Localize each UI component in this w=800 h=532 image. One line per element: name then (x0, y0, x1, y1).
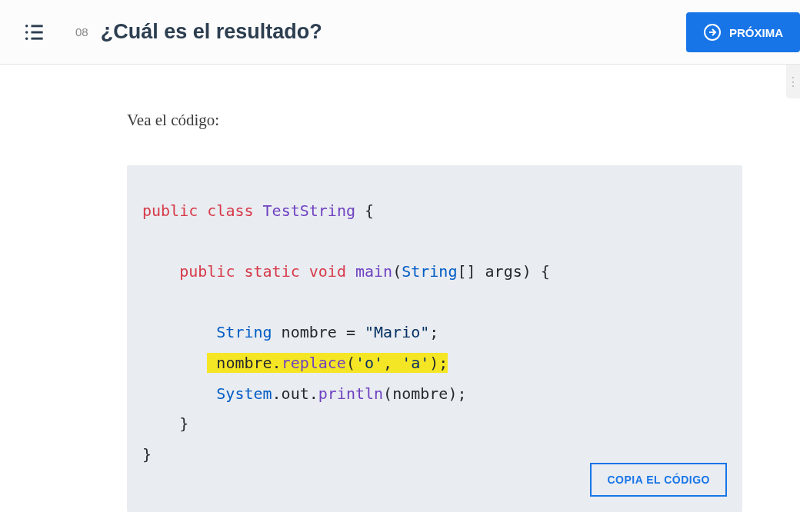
kw-void: void (309, 262, 346, 281)
copy-code-button[interactable]: COPIA EL CÓDIGO (590, 463, 727, 497)
type-string: String (402, 262, 457, 281)
dot-out: .out. (272, 384, 318, 403)
lesson-header: 08 ¿Cuál es el resultado? PRÓXIMA (0, 0, 800, 65)
code-block: public class TestString { public static … (127, 165, 742, 512)
kw-class: class (207, 201, 253, 220)
method-main: main (355, 262, 392, 281)
svg-point-2 (25, 31, 28, 34)
type-string: String (216, 323, 272, 341)
var-decl: nombre = (272, 323, 365, 341)
brace: { (355, 201, 374, 220)
lesson-number: 08 (75, 25, 88, 38)
side-drawer-handle[interactable]: ⋮ (786, 65, 800, 98)
kw-static: static (244, 262, 299, 281)
println: println (318, 384, 383, 403)
string-literal: "Mario" (365, 323, 429, 341)
svg-point-4 (25, 37, 28, 40)
intro-text: Vea el código: (127, 111, 754, 130)
dots-vertical-icon: ⋮ (787, 75, 799, 89)
kw-public: public (179, 262, 235, 281)
system: System (216, 384, 272, 403)
lesson-title: ¿Cuál es el resultado? (101, 20, 777, 44)
kw-public: public (142, 201, 198, 220)
next-button[interactable]: PRÓXIMA (686, 12, 800, 52)
semi: ; (429, 323, 438, 341)
arrow-right-circle-icon (703, 23, 722, 42)
highlighted-code: nombre.replace('o', 'a'); (207, 353, 448, 373)
brace-close: } (142, 445, 152, 464)
menu-list-icon[interactable] (23, 22, 45, 43)
class-name: TestString (263, 201, 355, 220)
brace-close: } (142, 414, 188, 433)
next-button-label: PRÓXIMA (729, 26, 783, 39)
svg-point-0 (25, 25, 28, 27)
args-sig: [] args) { (457, 262, 549, 281)
lesson-content: Vea el código: public class TestString {… (0, 65, 754, 532)
println-arg: (nombre); (383, 384, 466, 403)
